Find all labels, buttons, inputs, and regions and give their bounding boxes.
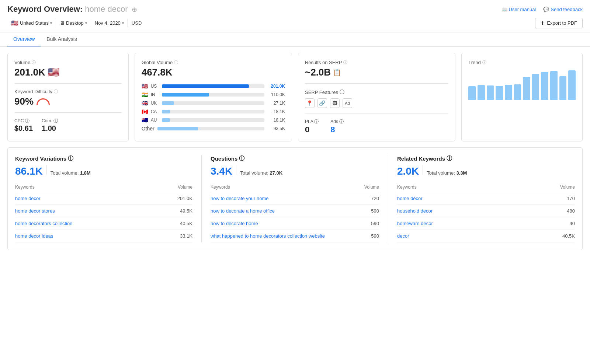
tab-overview[interactable]: Overview <box>7 32 41 46</box>
global-volume-info-icon[interactable]: ⓘ <box>174 60 178 65</box>
keyword-link[interactable]: home decor stores <box>15 208 55 214</box>
country-bar-fill <box>162 93 209 97</box>
serp-list-icon: 📋 <box>333 69 341 77</box>
trend-bar <box>541 72 548 100</box>
device-label: Desktop <box>66 20 84 26</box>
questions-title: Questions ⓘ <box>211 155 379 162</box>
volume-cell: 590 <box>360 205 379 217</box>
keyword-cell: home decor <box>15 192 155 205</box>
volume-flag: 🇺🇸 <box>48 67 59 78</box>
keyword-cell: how to decorate your home <box>211 192 360 205</box>
keyword-link[interactable]: how to decorate home <box>211 221 258 226</box>
country-code: IN <box>151 92 159 97</box>
map-pin-icon: 📍 <box>305 98 315 108</box>
main-content: Volume ⓘ 201.0K 🇺🇸 Keyword Difficulty ⓘ … <box>0 47 590 256</box>
add-keyword-button[interactable]: ⊕ <box>132 6 137 13</box>
user-manual-link[interactable]: 📖 User manual <box>502 7 536 12</box>
table-row: how to decorate your home 720 <box>211 192 379 205</box>
trend-card: Trend ⓘ <box>461 53 583 141</box>
keyword-link[interactable]: home decor <box>15 196 41 201</box>
trend-info-icon[interactable]: ⓘ <box>482 60 486 65</box>
keyword-cell: homeware decor <box>397 217 523 230</box>
ads-item: Ads ⓘ 8 <box>330 119 344 134</box>
cpc-item: CPC ⓘ $0.61 <box>14 118 33 133</box>
other-country-row: Other 93.5K <box>142 126 285 132</box>
rk-info-icon[interactable]: ⓘ <box>447 155 452 162</box>
tab-bulk-analysis[interactable]: Bulk Analysis <box>41 32 83 46</box>
kv-count-row: 86.1K Total volume: 1.8M <box>15 165 192 180</box>
related-keywords-title: Related Keywords ⓘ <box>397 155 575 162</box>
bottom-section: Keyword Variations ⓘ 86.1K Total volume:… <box>7 147 583 250</box>
keyword-link[interactable]: homeware decor <box>397 221 433 226</box>
related-keywords-col: Related Keywords ⓘ 2.0K Total volume: 3.… <box>388 155 575 242</box>
keyword-link[interactable]: what happened to home decorators collect… <box>211 233 325 239</box>
com-info-icon[interactable]: ⓘ <box>53 118 58 123</box>
rk-col-keywords: Keywords <box>397 182 523 192</box>
trend-bar <box>487 85 494 100</box>
desktop-icon: 🖥 <box>60 20 65 26</box>
keyword-cell: home decorators collection <box>15 217 155 230</box>
serp-info-icon[interactable]: ⓘ <box>343 60 347 65</box>
keyword-link[interactable]: home decorators collection <box>15 221 72 226</box>
country-code: AU <box>151 118 159 123</box>
ads-info-icon[interactable]: ⓘ <box>339 119 344 124</box>
cpc-info-icon[interactable]: ⓘ <box>25 118 30 123</box>
keyword-link[interactable]: how to decorate a home office <box>211 208 275 214</box>
keyword-cell: home decor ideas <box>15 230 155 242</box>
keyword-link[interactable]: decor <box>397 233 409 239</box>
volume-cell: 33.1K <box>155 230 192 242</box>
keyword-link[interactable]: how to decorate your home <box>211 196 269 201</box>
global-volume-card: Global Volume ⓘ 467.8K 🇺🇸 US 201.0K 🇮🇳 I… <box>135 53 292 141</box>
bottom-grid: Keyword Variations ⓘ 86.1K Total volume:… <box>15 155 575 242</box>
keyword-link[interactable]: home décor <box>397 196 423 201</box>
volume-cell: 170 <box>523 192 575 205</box>
volume-cell: 201.0K <box>155 192 192 205</box>
q-col-keywords: Keywords <box>211 182 360 192</box>
export-icon: ⬆ <box>541 20 545 26</box>
keyword-link[interactable]: household decor <box>397 208 433 214</box>
table-row: what happened to home decorators collect… <box>211 230 379 242</box>
cpc-value: $0.61 <box>14 124 33 133</box>
kv-col-keywords: Keywords <box>15 182 155 192</box>
pla-info-icon[interactable]: ⓘ <box>314 119 319 124</box>
volume-cell: 49.5K <box>155 205 192 217</box>
volume-info-icon[interactable]: ⓘ <box>32 60 36 65</box>
kv-col-volume: Volume <box>155 182 192 192</box>
kv-info-icon[interactable]: ⓘ <box>68 155 73 162</box>
cpc-com-row: CPC ⓘ $0.61 Com. ⓘ 1.00 <box>14 118 122 133</box>
country-bar-bg <box>162 110 264 113</box>
table-row: how to decorate home 590 <box>211 217 379 230</box>
serp-features-label: SERP Features ⓘ <box>305 89 448 95</box>
trend-bar <box>559 76 567 100</box>
divider <box>236 165 236 175</box>
date-filter[interactable]: Nov 4, 2020 ▾ <box>91 19 128 27</box>
header-actions: 📖 User manual 💬 Send feedback <box>502 7 583 12</box>
other-label: Other <box>142 126 155 132</box>
image-icon: 🖼 <box>330 98 340 108</box>
volume-card: Volume ⓘ 201.0K 🇺🇸 Keyword Difficulty ⓘ … <box>7 53 129 141</box>
country-flag-icon: 🇨🇦 <box>142 109 148 115</box>
volume-cell: 40 <box>523 217 575 230</box>
difficulty-info-icon[interactable]: ⓘ <box>54 89 58 94</box>
serp-features-info-icon[interactable]: ⓘ <box>340 89 344 95</box>
country-flag-icon: 🇦🇺 <box>142 117 148 123</box>
table-row: decor 40.5K <box>397 230 575 242</box>
country-code: US <box>151 84 159 89</box>
country-flag-icon: 🇮🇳 <box>142 92 148 98</box>
rk-col-volume: Volume <box>523 182 575 192</box>
country-row: 🇦🇺 AU 18.1K <box>142 117 285 123</box>
q-info-icon[interactable]: ⓘ <box>239 155 244 162</box>
device-chevron-icon: ▾ <box>85 21 87 25</box>
send-feedback-link[interactable]: 💬 Send feedback <box>543 7 583 12</box>
export-pdf-button[interactable]: ⬆ Export to PDF <box>535 18 583 28</box>
q-subtitle: Total volume: 27.0K <box>240 170 282 176</box>
volume-label: Volume ⓘ <box>14 60 122 65</box>
country-filter[interactable]: 🇺🇸 United States ▾ <box>7 18 56 28</box>
country-bar-fill <box>162 101 174 105</box>
trend-bar <box>505 85 512 100</box>
device-filter[interactable]: 🖥 Desktop ▾ <box>56 19 91 27</box>
country-volume: 201.0K <box>267 84 285 89</box>
difficulty-value: 90% <box>14 96 122 107</box>
keyword-link[interactable]: home decor ideas <box>15 233 53 239</box>
table-row: home decor ideas 33.1K <box>15 230 192 242</box>
